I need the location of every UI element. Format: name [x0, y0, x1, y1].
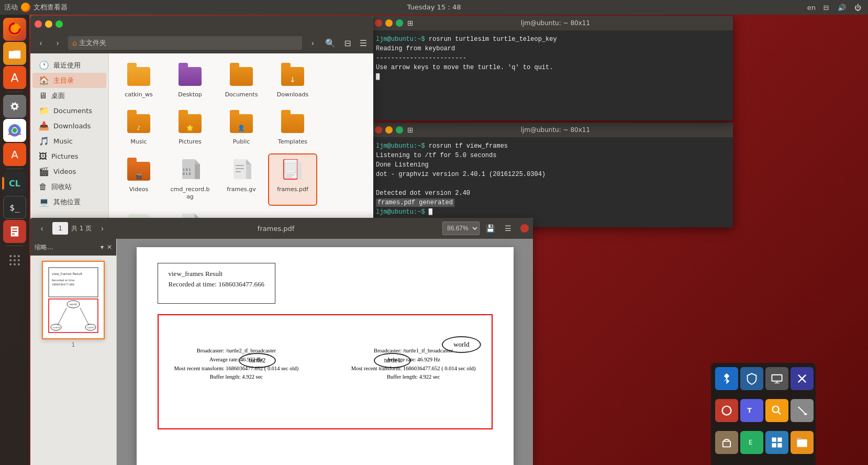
dock-software-updater[interactable]: A [3, 143, 26, 166]
panel-cross-icon[interactable] [791, 367, 814, 390]
nav-more-button[interactable]: › [306, 37, 319, 49]
close-button[interactable] [35, 20, 42, 28]
pdf-zoom-select[interactable]: 86.67% 50% 75% 100% 125% [442, 222, 480, 235]
panel-ms-teams-icon[interactable]: T [740, 399, 763, 422]
file-manager-sidebar: 🕐 最近使用 🏠 主目录 🖥 桌面 📁 Documents 📥 Download… [30, 53, 109, 225]
dock-software[interactable]: A [3, 66, 26, 89]
dock-settings[interactable] [3, 95, 26, 118]
terminal-1-line-1: ljm@ubuntu:~$ rosrun turtlesim turtle_te… [376, 35, 728, 44]
pdf-page-input[interactable] [52, 222, 68, 235]
sidebar-label-downloads: Downloads [53, 122, 91, 130]
file-item-frames-gv[interactable]: frames.gv [218, 154, 265, 205]
file-item-public[interactable]: 👤 Public [218, 107, 265, 150]
sidebar-item-music[interactable]: 🎵 Music [32, 134, 106, 149]
sidebar-label-recent: 最近使用 [53, 61, 81, 70]
file-item-frames-pdf[interactable]: frames.pdf [269, 154, 316, 205]
pdf-left-broadcaster: Broadcaster: /turtle2_tf_broadcaster Ave… [174, 347, 299, 382]
terminal-1-close[interactable] [375, 19, 382, 27]
panel-green-icon[interactable]: E [740, 431, 763, 454]
panel-shield-icon[interactable] [740, 367, 763, 390]
minimize-button[interactable] [45, 20, 52, 28]
pdf-sidebar-dropdown[interactable]: ▾ [101, 243, 104, 251]
menu-icon[interactable]: ☰ [358, 36, 369, 50]
pdf-thumbnail-1[interactable]: view_frames Result Recorded at time: 168… [42, 261, 105, 339]
file-manager-content: catkin_ws Desktop Documents ↓ [109, 53, 373, 225]
split-terminal-icon-2[interactable]: ⊞ [407, 126, 414, 134]
maximize-button[interactable] [55, 20, 63, 28]
panel-files-icon[interactable] [791, 431, 814, 454]
pdf-sidebar-close[interactable]: ✕ [107, 243, 112, 251]
sidebar-item-trash[interactable]: 🗑 回收站 [32, 179, 106, 194]
pdf-save-button[interactable]: 💾 [483, 221, 497, 236]
svg-point-19 [14, 263, 16, 265]
panel-grid-icon[interactable] [765, 431, 788, 454]
file-item-music[interactable]: ♪ Music [115, 107, 162, 150]
split-terminal-icon[interactable]: ⊞ [407, 19, 414, 27]
file-item-pictures[interactable]: 🌟 Pictures [166, 107, 214, 150]
music-icon: 🎵 [39, 136, 49, 146]
pdf-menu-button[interactable]: ☰ [500, 221, 515, 236]
dock-firefox[interactable] [3, 18, 26, 41]
terminal-2-line-8: ljm@ubuntu:~$ █ [376, 207, 728, 217]
file-item-documents[interactable]: Documents [218, 60, 265, 103]
sidebar-label-desktop: 桌面 [51, 91, 65, 101]
power-icon[interactable]: ⏻ [852, 2, 863, 13]
sidebar-item-other[interactable]: 💻 其他位置 [32, 194, 106, 209]
videos-icon: 🎬 [39, 167, 49, 176]
downloads-icon: 📥 [39, 121, 49, 131]
sidebar-item-downloads[interactable]: 📥 Downloads [32, 118, 106, 134]
terminal-1-minimize[interactable] [385, 19, 393, 27]
language-indicator[interactable]: en [807, 4, 816, 12]
app-menu-label[interactable]: 文档查看器 [34, 3, 68, 12]
dock-evince[interactable] [3, 220, 26, 243]
dock-chrome[interactable] [3, 119, 26, 142]
dock-app-grid[interactable] [3, 249, 26, 272]
search-icon[interactable]: 🔍 [323, 36, 338, 50]
terminal-2-content[interactable]: ljm@ubuntu:~$ rosrun tf view_frames List… [371, 137, 733, 227]
location-bar[interactable]: ⌂ 主文件夹 [68, 36, 302, 50]
panel-search-icon[interactable] [765, 399, 788, 422]
sidebar-item-recent[interactable]: 🕐 最近使用 [32, 58, 106, 73]
terminal-2-title: ljm@ubuntu: ~ 80x11 [418, 126, 693, 134]
panel-brush-icon[interactable] [791, 399, 814, 422]
file-label-documents: Documents [225, 91, 258, 98]
terminal-2-maximize[interactable] [396, 126, 403, 134]
svg-text:E: E [749, 439, 753, 446]
pdf-next-button[interactable]: › [95, 221, 109, 236]
svg-rect-78 [797, 438, 801, 440]
file-label-templates: Templates [278, 138, 307, 146]
file-item-cmd-bag[interactable]: 1 0 1 0 1 0 cmd_record.bag [166, 154, 214, 205]
file-item-videos[interactable]: 🎬 Videos [115, 154, 162, 205]
volume-icon[interactable]: 🔊 [837, 2, 847, 13]
activity-label[interactable]: 活动 [4, 3, 18, 12]
panel-display-icon[interactable] [765, 367, 788, 390]
sidebar-item-desktop[interactable]: 🖥 桌面 [32, 88, 106, 103]
sidebar-item-videos[interactable]: 🎬 Videos [32, 164, 106, 179]
pdf-prev-button[interactable]: ‹ [35, 221, 49, 236]
network-icon[interactable]: ⊟ [821, 2, 831, 13]
sidebar-item-pictures[interactable]: 🖼 Pictures [32, 149, 106, 164]
file-item-templates[interactable]: Templates [269, 107, 316, 150]
recent-icon: 🕐 [39, 60, 49, 70]
panel-security-icon[interactable] [715, 431, 738, 454]
nav-forward-button[interactable]: › [51, 37, 64, 49]
sidebar-item-home[interactable]: 🏠 主目录 [32, 73, 106, 88]
terminal-2-close[interactable] [375, 126, 382, 134]
filter-icon[interactable]: ⊟ [342, 36, 353, 50]
dock-clion[interactable]: CL [3, 172, 26, 195]
dock-terminal[interactable]: $_ [3, 196, 26, 219]
terminal-2-minimize[interactable] [385, 126, 393, 134]
svg-rect-74 [777, 437, 782, 441]
pdf-close-button[interactable] [520, 224, 529, 233]
file-item-downloads[interactable]: ↓ Downloads [269, 60, 316, 103]
panel-bluetooth-icon[interactable] [715, 367, 738, 390]
file-item-desktop[interactable]: Desktop [166, 60, 214, 103]
nav-back-button[interactable]: ‹ [35, 37, 47, 49]
svg-point-14 [18, 255, 20, 257]
file-item-catkin[interactable]: catkin_ws [115, 60, 162, 103]
sidebar-item-documents[interactable]: 📁 Documents [32, 103, 106, 118]
terminal-1-maximize[interactable] [396, 19, 403, 27]
terminal-1-content[interactable]: ljm@ubuntu:~$ rosrun turtlesim turtle_te… [371, 30, 733, 120]
panel-red-icon[interactable] [715, 399, 738, 422]
dock-files[interactable] [3, 42, 26, 65]
